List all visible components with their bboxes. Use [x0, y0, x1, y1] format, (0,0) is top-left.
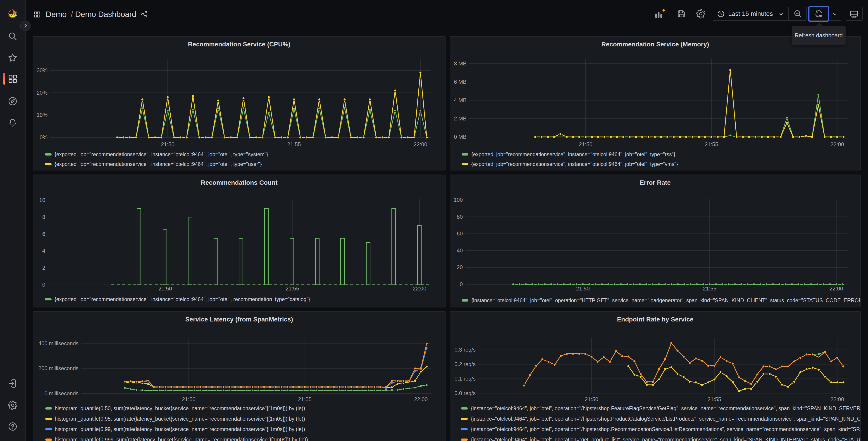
svg-text:21:55: 21:55	[287, 141, 301, 147]
svg-text:8: 8	[42, 214, 45, 220]
svg-text:0.3 req/s: 0.3 req/s	[455, 347, 476, 353]
svg-text:histogram_quantile(0.95, sum(r: histogram_quantile(0.95, sum(rate(latenc…	[55, 416, 305, 422]
svg-text:{instance="otelcol:9464", job=: {instance="otelcol:9464", job="otel", op…	[471, 406, 861, 411]
svg-text:0: 0	[460, 281, 463, 287]
svg-text:21:50: 21:50	[576, 286, 590, 292]
svg-text:22:00: 22:00	[831, 396, 844, 402]
svg-text:6 MB: 6 MB	[454, 79, 467, 85]
svg-text:400 milliseconds: 400 milliseconds	[38, 340, 79, 346]
svg-text:8 MB: 8 MB	[454, 60, 467, 66]
svg-text:0%: 0%	[40, 134, 48, 140]
svg-text:200 milliseconds: 200 milliseconds	[38, 365, 79, 371]
svg-text:4: 4	[42, 248, 45, 254]
svg-text:21:50: 21:50	[579, 141, 592, 147]
svg-text:0: 0	[42, 282, 45, 288]
svg-text:20%: 20%	[37, 90, 48, 96]
svg-text:{instance="otelcol:9464", job=: {instance="otelcol:9464", job="otel", op…	[471, 416, 861, 422]
svg-text:10%: 10%	[37, 112, 48, 118]
svg-text:0.0 req/s: 0.0 req/s	[455, 390, 476, 396]
svg-text:21:55: 21:55	[285, 286, 299, 292]
svg-text:21:55: 21:55	[708, 396, 721, 402]
svg-text:{exported_job="recommendations: {exported_job="recommendationservice", i…	[55, 296, 310, 302]
svg-text:21:50: 21:50	[161, 141, 175, 147]
svg-text:{instance="otelcol:9464", job=: {instance="otelcol:9464", job="otel", op…	[471, 297, 861, 303]
svg-text:21:55: 21:55	[705, 141, 718, 147]
svg-text:0 milliseconds: 0 milliseconds	[44, 390, 79, 396]
svg-text:80: 80	[457, 214, 463, 220]
svg-text:40: 40	[457, 247, 463, 254]
svg-text:{instance="otelcol:9464", job=: {instance="otelcol:9464", job="otel", op…	[471, 426, 861, 432]
svg-text:22:00: 22:00	[831, 141, 844, 147]
svg-text:60: 60	[457, 231, 463, 237]
svg-text:21:50: 21:50	[182, 396, 195, 402]
svg-text:{exported_job="recommendations: {exported_job="recommendationservice", i…	[471, 151, 676, 157]
svg-text:20: 20	[457, 264, 463, 270]
svg-text:{exported_job="recommendations: {exported_job="recommendationservice", i…	[55, 161, 262, 167]
svg-text:2: 2	[42, 265, 45, 271]
svg-text:22:00: 22:00	[830, 286, 843, 292]
svg-text:histogram_quantile(0.50, sum(r: histogram_quantile(0.50, sum(rate(latenc…	[55, 406, 305, 411]
svg-text:10: 10	[39, 197, 45, 203]
svg-text:0.2 req/s: 0.2 req/s	[455, 361, 476, 367]
svg-text:21:55: 21:55	[298, 396, 312, 402]
svg-text:{instance="otelcol:9464", job=: {instance="otelcol:9464", job="otel", op…	[471, 437, 861, 441]
svg-text:{exported_job="recommendations: {exported_job="recommendationservice", i…	[55, 151, 268, 157]
svg-text:22:00: 22:00	[413, 286, 426, 292]
svg-text:2 MB: 2 MB	[454, 115, 467, 122]
svg-text:histogram_quantile(0.999, sum(: histogram_quantile(0.999, sum(rate(laten…	[55, 437, 308, 441]
svg-text:4 MB: 4 MB	[454, 97, 467, 103]
svg-text:21:50: 21:50	[158, 286, 172, 292]
svg-text:6: 6	[42, 231, 45, 237]
svg-text:21:55: 21:55	[703, 286, 716, 292]
svg-text:100: 100	[454, 197, 463, 203]
svg-text:{exported_job="recommendations: {exported_job="recommendationservice", i…	[471, 161, 678, 167]
svg-text:30%: 30%	[37, 67, 48, 74]
svg-text:0 MB: 0 MB	[454, 134, 467, 140]
svg-text:22:00: 22:00	[414, 396, 428, 402]
svg-text:22:00: 22:00	[414, 141, 427, 147]
svg-text:21:50: 21:50	[585, 396, 598, 402]
svg-text:histogram_quantile(0.99, sum(r: histogram_quantile(0.99, sum(rate(latenc…	[55, 426, 305, 432]
svg-text:0.1 req/s: 0.1 req/s	[455, 376, 476, 382]
